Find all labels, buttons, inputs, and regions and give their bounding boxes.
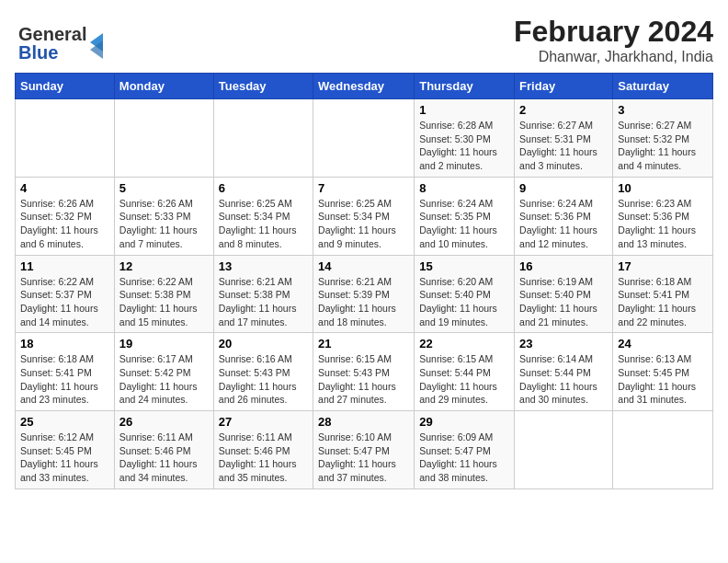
day-detail: Sunrise: 6:19 AMSunset: 5:40 PMDaylight:… (519, 275, 608, 329)
col-header-tuesday: Tuesday (213, 74, 313, 99)
day-number: 28 (318, 415, 409, 429)
header: General Blue February 2024 Dhanwar, Jhar… (15, 15, 713, 65)
calendar-cell: 14Sunrise: 6:21 AMSunset: 5:39 PMDayligh… (313, 255, 415, 333)
calendar-cell (613, 411, 713, 489)
calendar-cell: 15Sunrise: 6:20 AMSunset: 5:40 PMDayligh… (415, 255, 515, 333)
day-number: 25 (20, 415, 109, 429)
day-number: 24 (618, 337, 708, 350)
logo: General Blue (15, 15, 134, 65)
calendar-cell: 21Sunrise: 6:15 AMSunset: 5:43 PMDayligh… (313, 333, 415, 411)
day-number: 9 (519, 181, 608, 195)
day-number: 5 (119, 181, 209, 195)
calendar-cell: 19Sunrise: 6:17 AMSunset: 5:42 PMDayligh… (114, 333, 213, 411)
day-number: 4 (20, 181, 109, 195)
day-number: 23 (519, 337, 608, 350)
day-number: 10 (618, 181, 708, 195)
calendar-cell: 27Sunrise: 6:11 AMSunset: 5:46 PMDayligh… (213, 411, 313, 489)
day-detail: Sunrise: 6:17 AMSunset: 5:42 PMDaylight:… (119, 352, 209, 407)
calendar-table: SundayMondayTuesdayWednesdayThursdayFrid… (15, 73, 713, 489)
day-detail: Sunrise: 6:26 AMSunset: 5:33 PMDaylight:… (119, 197, 209, 251)
day-detail: Sunrise: 6:14 AMSunset: 5:44 PMDaylight:… (519, 352, 608, 407)
col-header-monday: Monday (114, 74, 213, 99)
calendar-cell: 26Sunrise: 6:11 AMSunset: 5:46 PMDayligh… (114, 411, 213, 489)
day-detail: Sunrise: 6:28 AMSunset: 5:30 PMDaylight:… (419, 119, 509, 173)
calendar-cell: 10Sunrise: 6:23 AMSunset: 5:36 PMDayligh… (613, 177, 713, 255)
day-detail: Sunrise: 6:25 AMSunset: 5:34 PMDaylight:… (219, 197, 308, 251)
calendar-cell: 13Sunrise: 6:21 AMSunset: 5:38 PMDayligh… (213, 255, 313, 333)
day-number: 11 (20, 259, 109, 273)
col-header-wednesday: Wednesday (313, 74, 415, 99)
calendar-cell: 20Sunrise: 6:16 AMSunset: 5:43 PMDayligh… (213, 333, 313, 411)
day-number: 26 (119, 415, 209, 429)
calendar-cell: 16Sunrise: 6:19 AMSunset: 5:40 PMDayligh… (515, 255, 613, 333)
day-number: 3 (618, 103, 708, 117)
calendar-cell: 18Sunrise: 6:18 AMSunset: 5:41 PMDayligh… (16, 333, 115, 411)
week-row-0: 1Sunrise: 6:28 AMSunset: 5:30 PMDaylight… (16, 99, 713, 178)
col-header-thursday: Thursday (415, 74, 515, 99)
day-detail: Sunrise: 6:18 AMSunset: 5:41 PMDaylight:… (618, 275, 708, 329)
day-number: 7 (318, 181, 409, 195)
day-detail: Sunrise: 6:21 AMSunset: 5:38 PMDaylight:… (219, 275, 308, 329)
calendar-cell: 23Sunrise: 6:14 AMSunset: 5:44 PMDayligh… (515, 333, 613, 411)
day-number: 1 (419, 103, 509, 117)
day-number: 27 (219, 415, 308, 429)
day-detail: Sunrise: 6:27 AMSunset: 5:31 PMDaylight:… (519, 119, 608, 173)
day-detail: Sunrise: 6:15 AMSunset: 5:44 PMDaylight:… (419, 352, 509, 407)
calendar-cell: 4Sunrise: 6:26 AMSunset: 5:32 PMDaylight… (16, 177, 115, 255)
calendar-cell (213, 99, 313, 178)
col-header-saturday: Saturday (613, 74, 713, 99)
calendar-cell (114, 99, 213, 178)
calendar-cell: 28Sunrise: 6:10 AMSunset: 5:47 PMDayligh… (313, 411, 415, 489)
calendar-cell: 7Sunrise: 6:25 AMSunset: 5:34 PMDaylight… (313, 177, 415, 255)
day-detail: Sunrise: 6:20 AMSunset: 5:40 PMDaylight:… (419, 275, 509, 329)
day-detail: Sunrise: 6:27 AMSunset: 5:32 PMDaylight:… (618, 119, 708, 173)
calendar-body: 1Sunrise: 6:28 AMSunset: 5:30 PMDaylight… (16, 99, 713, 489)
location-title: Dhanwar, Jharkhand, India (514, 49, 713, 65)
calendar-cell: 8Sunrise: 6:24 AMSunset: 5:35 PMDaylight… (415, 177, 515, 255)
day-number: 8 (419, 181, 509, 195)
calendar-cell (313, 99, 415, 178)
day-number: 18 (20, 337, 109, 350)
calendar-cell (16, 99, 115, 178)
day-detail: Sunrise: 6:22 AMSunset: 5:38 PMDaylight:… (119, 275, 209, 329)
day-number: 15 (419, 259, 509, 273)
day-number: 13 (219, 259, 308, 273)
day-detail: Sunrise: 6:13 AMSunset: 5:45 PMDaylight:… (618, 352, 708, 407)
col-header-friday: Friday (515, 74, 613, 99)
day-number: 29 (419, 415, 509, 429)
day-detail: Sunrise: 6:18 AMSunset: 5:41 PMDaylight:… (20, 352, 109, 407)
day-number: 22 (419, 337, 509, 350)
day-number: 6 (219, 181, 308, 195)
day-detail: Sunrise: 6:24 AMSunset: 5:35 PMDaylight:… (419, 197, 509, 251)
week-row-3: 18Sunrise: 6:18 AMSunset: 5:41 PMDayligh… (16, 333, 713, 411)
svg-text:Blue: Blue (18, 42, 58, 63)
calendar-cell (515, 411, 613, 489)
calendar-header-row: SundayMondayTuesdayWednesdayThursdayFrid… (16, 74, 713, 99)
week-row-4: 25Sunrise: 6:12 AMSunset: 5:45 PMDayligh… (16, 411, 713, 489)
day-number: 16 (519, 259, 608, 273)
calendar-cell: 1Sunrise: 6:28 AMSunset: 5:30 PMDaylight… (415, 99, 515, 178)
day-detail: Sunrise: 6:23 AMSunset: 5:36 PMDaylight:… (618, 197, 708, 251)
week-row-1: 4Sunrise: 6:26 AMSunset: 5:32 PMDaylight… (16, 177, 713, 255)
day-detail: Sunrise: 6:12 AMSunset: 5:45 PMDaylight:… (20, 431, 109, 485)
calendar-cell: 25Sunrise: 6:12 AMSunset: 5:45 PMDayligh… (16, 411, 115, 489)
calendar-cell: 3Sunrise: 6:27 AMSunset: 5:32 PMDaylight… (613, 99, 713, 178)
day-number: 2 (519, 103, 608, 117)
calendar-cell: 24Sunrise: 6:13 AMSunset: 5:45 PMDayligh… (613, 333, 713, 411)
calendar-cell: 2Sunrise: 6:27 AMSunset: 5:31 PMDaylight… (515, 99, 613, 178)
calendar-cell: 12Sunrise: 6:22 AMSunset: 5:38 PMDayligh… (114, 255, 213, 333)
day-detail: Sunrise: 6:22 AMSunset: 5:37 PMDaylight:… (20, 275, 109, 329)
calendar-cell: 17Sunrise: 6:18 AMSunset: 5:41 PMDayligh… (613, 255, 713, 333)
day-number: 21 (318, 337, 409, 350)
calendar-cell: 22Sunrise: 6:15 AMSunset: 5:44 PMDayligh… (415, 333, 515, 411)
day-number: 20 (219, 337, 308, 350)
day-detail: Sunrise: 6:16 AMSunset: 5:43 PMDaylight:… (219, 352, 308, 407)
title-area: February 2024 Dhanwar, Jharkhand, India (514, 15, 713, 65)
day-detail: Sunrise: 6:26 AMSunset: 5:32 PMDaylight:… (20, 197, 109, 251)
calendar-cell: 6Sunrise: 6:25 AMSunset: 5:34 PMDaylight… (213, 177, 313, 255)
calendar-cell: 5Sunrise: 6:26 AMSunset: 5:33 PMDaylight… (114, 177, 213, 255)
day-detail: Sunrise: 6:10 AMSunset: 5:47 PMDaylight:… (318, 431, 409, 485)
week-row-2: 11Sunrise: 6:22 AMSunset: 5:37 PMDayligh… (16, 255, 713, 333)
col-header-sunday: Sunday (16, 74, 115, 99)
day-number: 19 (119, 337, 209, 350)
